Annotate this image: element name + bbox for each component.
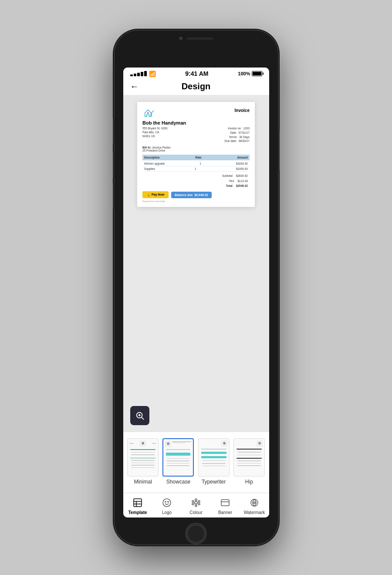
colour-icon xyxy=(191,497,201,508)
table-row-2: Supplies 1 $1000.00 xyxy=(142,166,250,172)
tab-icon-colour xyxy=(190,497,202,509)
invoice-header: Invoice xyxy=(142,108,250,118)
tab-item-watermark[interactable]: Watermark xyxy=(240,497,269,515)
signal-bar-5 xyxy=(144,71,147,76)
template-name-minimal: Minimal xyxy=(134,479,152,485)
total-value: $2948.32 xyxy=(236,183,248,189)
template-item-typewriter[interactable]: ⚙ Typewriter xyxy=(197,438,230,485)
row1-amount: $1834.92 xyxy=(236,162,248,165)
template-name-typewriter: Typewriter xyxy=(202,479,226,485)
template-item-hip[interactable]: ⚙ Hip xyxy=(233,438,265,485)
status-bar: 📶 9:41 AM 100% xyxy=(123,68,269,79)
svg-point-10 xyxy=(165,501,166,502)
svg-point-12 xyxy=(195,501,197,504)
bill-to-address: 25 Freedom Drive xyxy=(142,149,250,152)
invoice-totals: Subtotal $2834.92 TAX $113.40 Total $294… xyxy=(142,173,250,189)
svg-point-16 xyxy=(195,505,197,507)
tab-label-colour: Colour xyxy=(189,510,202,515)
template-name-showcase: Showcase xyxy=(166,479,190,485)
invoice-card: Invoice Bob the Handyman 555 Bryant St. … xyxy=(137,102,255,207)
template-icon xyxy=(132,497,143,508)
col-amount: Amount xyxy=(237,156,248,159)
invoice-logo xyxy=(142,108,155,118)
home-button[interactable] xyxy=(185,523,207,545)
bill-to-label: Bill to: xyxy=(142,146,151,149)
bill-to-name: Jessica Parker xyxy=(152,146,171,149)
svg-point-21 xyxy=(251,499,258,506)
page-title: Design xyxy=(182,81,211,91)
tab-bar: Template Logo xyxy=(123,493,269,518)
due-date-value: 08/20/17 xyxy=(239,139,250,143)
camera-dot xyxy=(179,37,182,40)
template-item-minimal[interactable]: ⚙ Minimal xyxy=(127,438,159,485)
svg-point-11 xyxy=(168,501,169,502)
template-list: ⚙ Minimal xyxy=(127,438,266,485)
invoice-title: Invoice xyxy=(235,108,250,113)
signal-dots xyxy=(130,71,147,76)
tab-item-banner[interactable]: Banner xyxy=(211,497,240,515)
battery-area: 100% xyxy=(238,71,262,76)
tab-icon-watermark xyxy=(248,497,260,509)
svg-point-13 xyxy=(195,499,197,501)
col-rate: Rate xyxy=(196,156,202,159)
tab-icon-logo xyxy=(161,497,173,509)
zoom-button[interactable] xyxy=(130,406,149,425)
template-thumb-showcase: ⚙ xyxy=(162,438,194,477)
status-time: 9:41 AM xyxy=(185,70,208,77)
table-row-1: Kitchen upgrade 1 $1834.92 xyxy=(142,161,250,166)
row1-rate: 1 xyxy=(199,162,201,165)
wifi-icon: 📶 xyxy=(149,71,156,77)
logo-icon xyxy=(162,497,172,508)
back-button[interactable]: ← xyxy=(130,81,139,91)
signal-bar-4 xyxy=(141,72,143,76)
tab-item-template[interactable]: Template xyxy=(123,497,152,515)
tab-label-banner: Banner xyxy=(218,510,232,515)
terms-value: 30 Days xyxy=(239,135,250,139)
invoice-details: Invoice no: 1203 Date: 07/31/17 Terms: 3… xyxy=(225,126,250,143)
invoice-no-value: 1203 xyxy=(243,126,250,131)
balance-due-label: Balance due xyxy=(175,193,193,196)
invoice-preview-area: Invoice Bob the Handyman 555 Bryant St. … xyxy=(123,95,269,432)
screen: 📶 9:41 AM 100% ← Design xyxy=(123,68,269,518)
tab-icon-banner xyxy=(219,497,231,509)
signal-area: 📶 xyxy=(130,71,156,77)
zoom-icon xyxy=(135,411,145,420)
row2-desc: Supplies xyxy=(144,167,155,170)
terms-label: Terms: xyxy=(229,135,238,139)
svg-point-17 xyxy=(192,503,194,505)
svg-line-2 xyxy=(142,417,144,419)
invoice-footer: 🔒 Pay Now Balance due $2,948.32 xyxy=(142,191,250,198)
template-item-showcase[interactable]: ⚙ Showcase xyxy=(162,438,195,485)
subtotal-value: $2834.92 xyxy=(236,173,248,179)
svg-point-18 xyxy=(192,501,194,502)
tab-icon-template xyxy=(132,497,144,509)
banner-icon xyxy=(220,497,230,508)
pay-now-button[interactable]: 🔒 Pay Now xyxy=(142,191,169,198)
tab-item-colour[interactable]: Colour xyxy=(182,497,211,515)
invoice-meta: 555 Bryant St. #263 Palo Alto, CA 94301 … xyxy=(142,126,250,143)
battery-fill xyxy=(253,72,261,75)
business-address: 555 Bryant St. #263 Palo Alto, CA 94301 … xyxy=(142,126,167,143)
invoice-no-label: Invoice no: xyxy=(228,126,241,131)
tab-label-watermark: Watermark xyxy=(244,510,265,515)
business-name: Bob the Handyman xyxy=(142,120,250,125)
svg-point-9 xyxy=(163,499,171,507)
signal-bar-1 xyxy=(130,74,133,76)
template-selector: ⚙ Minimal xyxy=(123,432,269,493)
template-thumb-typewriter: ⚙ xyxy=(198,438,230,477)
tab-label-logo: Logo xyxy=(162,510,172,515)
signal-bar-2 xyxy=(134,74,136,76)
svg-point-22 xyxy=(253,502,255,504)
powered-by: Powered by Invoice2go xyxy=(142,200,250,203)
date-label: Date: xyxy=(230,131,237,135)
tab-item-logo[interactable]: Logo xyxy=(152,497,182,515)
template-name-hip: Hip xyxy=(245,479,253,485)
home-button-inner xyxy=(187,525,205,542)
table-header: Description Rate Amount xyxy=(142,155,250,160)
phone-top xyxy=(115,30,278,44)
svg-point-15 xyxy=(198,503,200,505)
svg-point-14 xyxy=(198,501,200,502)
battery-bar xyxy=(252,71,262,76)
row2-amount: $1000.00 xyxy=(236,167,248,170)
date-value: 07/31/17 xyxy=(239,131,250,135)
